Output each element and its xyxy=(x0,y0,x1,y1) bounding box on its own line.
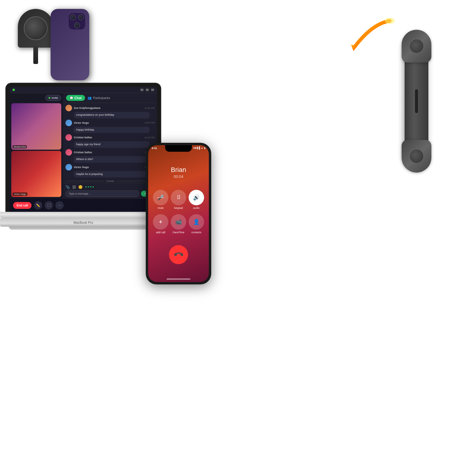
header-icons xyxy=(140,89,154,91)
camera-lens-2 xyxy=(78,14,84,20)
participants-icon: 👥 xyxy=(87,96,92,100)
message-group-5: Victor Hugo 10:20 PM maybe he is prepari… xyxy=(65,164,155,178)
avatar-5 xyxy=(65,164,72,170)
audio-label: audio xyxy=(193,206,200,209)
facetime-button[interactable]: 📹 FaceTime xyxy=(171,214,186,234)
video-call-ui: Invite Dinara lima xyxy=(10,87,157,212)
msg-bubble-1: congratulations on your birthday xyxy=(74,112,150,118)
laptop-brand: MacBook Pro xyxy=(73,221,93,224)
audio-button[interactable]: 🔊 audio xyxy=(189,190,204,209)
invite-label: Invite xyxy=(51,96,58,99)
facetime-circle: 📹 xyxy=(171,214,186,230)
home-indicator xyxy=(167,278,190,280)
magsafe-mount xyxy=(18,9,54,48)
arrow-graphic xyxy=(348,18,396,54)
call-body: Invite Dinara lima xyxy=(10,93,157,199)
message-input[interactable]: Type a message ... xyxy=(65,190,139,197)
mount-bottom-pad xyxy=(402,140,431,173)
signal-bar-2 xyxy=(195,147,196,149)
sender-name-4: Cristian baltac xyxy=(74,151,92,154)
audio-circle: 🔊 xyxy=(189,190,204,205)
msg-bubble-3: happy age my friend xyxy=(74,141,150,148)
signal-bar-4 xyxy=(199,146,200,150)
add-call-icon: + xyxy=(159,218,163,226)
camera-module xyxy=(69,13,85,29)
online-indicator xyxy=(48,97,50,99)
mount-bottom-circle xyxy=(409,149,424,164)
divider-line-left xyxy=(65,181,104,181)
mount-top-circle xyxy=(409,39,424,54)
iphone-screen: 9:41 ▲ ▮ Brian 00:04 xyxy=(148,145,209,282)
emoji-dots: ●●●● xyxy=(85,185,95,189)
mute-button[interactable]: 🎤 mute xyxy=(153,190,168,209)
msg-time-3: 10:20 PM xyxy=(145,136,155,139)
signal-bar-1 xyxy=(194,147,195,149)
laptop-base: MacBook Pro xyxy=(0,218,167,227)
msg-bubble-2: Happy birthday xyxy=(74,127,150,133)
wifi-icon: ▲ xyxy=(201,147,203,149)
end-call-button[interactable]: End call xyxy=(13,202,32,209)
chat-input-tools: 📎 🖼 😊 ●●●● xyxy=(65,185,155,189)
expand-icon-button[interactable]: ⛶ xyxy=(45,201,53,209)
invite-button[interactable]: Invite xyxy=(45,95,61,101)
sidebar-videos: Invite Dinara lima xyxy=(10,93,63,199)
avatar-2 xyxy=(65,120,72,126)
header-icon-3[interactable] xyxy=(151,89,154,91)
avatar-1 xyxy=(65,105,72,111)
tab-chat[interactable]: 💬 Chat xyxy=(66,95,85,101)
message-group-2: Victor Hugo 10:20 PM Happy birthday xyxy=(65,120,155,133)
phone-mount-assembly xyxy=(18,9,89,48)
call-duration: 00:04 xyxy=(148,174,209,179)
phone-end-icon: 📞 xyxy=(173,249,184,260)
image-icon[interactable]: 🖼 xyxy=(72,185,76,189)
mount-circle xyxy=(24,16,48,40)
header-icon-1[interactable] xyxy=(140,89,143,91)
mount-stem xyxy=(33,46,38,64)
pencil-icon-button[interactable]: ✏️ xyxy=(34,201,42,209)
video-bg-1 xyxy=(11,103,61,150)
phone-end-call-button[interactable]: 📞 xyxy=(169,245,188,264)
msg-bubble-4: Where is she? xyxy=(74,156,150,163)
add-call-button[interactable]: + add call xyxy=(153,214,168,234)
emoji-icon[interactable]: 😊 xyxy=(78,185,83,189)
signal-bar-3 xyxy=(197,147,198,149)
active-phone: 9:41 ▲ ▮ Brian 00:04 xyxy=(146,143,211,284)
chat-tabs: 💬 Chat 👥 Participants xyxy=(63,93,157,103)
iphone-back xyxy=(51,9,89,80)
camera-indicator xyxy=(12,89,15,91)
camera-lens-1 xyxy=(70,14,76,20)
call-header xyxy=(10,87,157,93)
keypad-button[interactable]: ⠿ keypad xyxy=(171,190,186,209)
video-bg-2 xyxy=(11,151,61,197)
chat-tab-label: Chat xyxy=(74,96,82,100)
laptop: Invite Dinara lima xyxy=(0,83,167,230)
mute-circle: 🎤 xyxy=(153,190,168,205)
laptop-feet xyxy=(9,227,158,230)
call-controls: 🎤 mute ⠿ keypad 🔊 xyxy=(148,190,209,239)
keypad-icon: ⠿ xyxy=(177,194,181,201)
attachment-icon[interactable]: 📎 xyxy=(65,185,70,189)
ctrl-row-2: + add call 📹 FaceTime 👤 xyxy=(153,214,204,234)
video-thumb-2: Victor Hugo xyxy=(11,151,61,197)
video-thumb-1: Dinara lima xyxy=(11,103,61,150)
laptop-screen: Invite Dinara lima xyxy=(10,87,157,212)
video-label-1: Dinara lima xyxy=(12,145,27,148)
tab-participants[interactable]: 👥 Participants xyxy=(87,96,110,100)
contacts-button[interactable]: 👤 contacts xyxy=(189,214,204,234)
status-time: 9:41 xyxy=(152,147,157,150)
add-call-circle: + xyxy=(153,214,168,230)
iphone-frame: 9:41 ▲ ▮ Brian 00:04 xyxy=(146,143,211,284)
mount-accessory xyxy=(387,36,446,184)
status-bar: 9:41 ▲ ▮ xyxy=(152,146,205,150)
facetime-label: FaceTime xyxy=(173,231,184,234)
sender-name-2: Victor Hugo xyxy=(74,121,89,124)
signal-indicators: ▲ ▮ xyxy=(194,146,205,150)
more-icon-button[interactable]: ··· xyxy=(55,201,64,209)
message-group-1: Zoe Kulphongpatana 10:20 PM congratulati… xyxy=(65,105,155,118)
msg-time-2: 10:20 PM xyxy=(145,121,155,124)
header-icon-2[interactable] xyxy=(146,89,149,91)
unread-divider: Unread xyxy=(65,180,155,182)
camera-lens-3 xyxy=(74,22,80,28)
svg-point-1 xyxy=(385,18,394,24)
sender-name-1: Zoe Kulphongpatana xyxy=(74,107,101,109)
